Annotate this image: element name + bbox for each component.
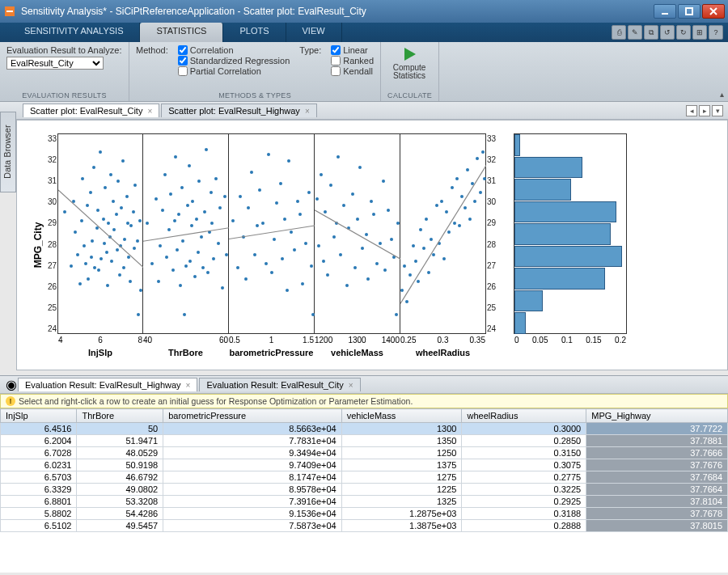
evaluation-results-panel: ◉Evaluation Result: EvalResult_Highway×E… [0, 375, 728, 573]
tab-scroll-left[interactable]: ◂ [686, 105, 697, 116]
toolbar-icon[interactable]: ⊞ [692, 25, 707, 40]
compute-statistics-button[interactable]: Compute Statistics [387, 45, 431, 81]
svg-line-2 [143, 228, 229, 242]
group-label: METHODS & TYPES [136, 91, 374, 99]
tab-close-icon[interactable]: × [349, 381, 353, 390]
column-header[interactable]: vehicleMass [341, 409, 462, 423]
maximize-button[interactable] [678, 4, 700, 19]
svg-rect-0 [686, 8, 692, 15]
toolbar-icon[interactable]: ⎙ [612, 25, 626, 40]
ribbon-tab-strip: SENSITIVITY ANALYSIS STATISTICS PLOTS VI… [0, 23, 728, 42]
tab-close-icon[interactable]: × [305, 107, 310, 116]
x-axis-label: InjSlp [58, 348, 142, 357]
svg-line-1 [58, 190, 144, 268]
document-tab-strip: Scatter plot: EvalResult_City×Scatter pl… [0, 102, 728, 120]
table-row[interactable]: 6.880153.32087.3916e+0413250.292537.8104 [1, 496, 728, 508]
tab-close-icon[interactable]: × [186, 381, 191, 390]
toolbar-icon[interactable]: ? [709, 25, 723, 40]
ribbon-collapse-button[interactable]: ▴ [715, 42, 728, 101]
column-header[interactable]: InjSlp [1, 409, 77, 423]
toolbar-icon[interactable]: ↻ [676, 25, 691, 40]
type-checkbox[interactable]: Kendall [331, 66, 374, 76]
scatter-panel: 120013001400vehicleMass [315, 133, 400, 334]
scatter-panel: 0.250.30.35wheelRadius333231302928272625… [400, 133, 486, 334]
table-row[interactable]: 6.200451.94717.7831e+0413500.285037.7881 [1, 435, 728, 447]
svg-line-5 [400, 166, 486, 304]
tab-menu[interactable]: ▾ [712, 105, 723, 116]
results-table[interactable]: InjSlpThrBorebarometricPressurevehicleMa… [0, 408, 728, 573]
eval-result-select[interactable]: EvalResult_City [6, 57, 104, 70]
app-icon [3, 5, 16, 18]
scatter-panel: 468InjSlp33323130292827262524 [57, 133, 143, 334]
tab-plots[interactable]: PLOTS [223, 23, 286, 42]
method-label: Method: [136, 45, 168, 55]
tab-scroll-right[interactable]: ▸ [699, 105, 710, 116]
column-header[interactable]: wheelRadius [462, 409, 586, 423]
table-row[interactable]: 6.702848.05299.3494e+0412500.315037.7666 [1, 447, 728, 459]
tab-close-icon[interactable]: × [147, 107, 152, 116]
column-header[interactable]: MPG_Highway [586, 409, 728, 423]
x-axis-label: barometricPressure [229, 348, 314, 357]
tab-view[interactable]: VIEW [286, 23, 342, 42]
column-header[interactable]: barometricPressure [163, 409, 342, 423]
group-label: CALCULATE [387, 91, 432, 99]
table-row[interactable]: 6.023150.91989.7409e+0413750.307537.7676 [1, 459, 728, 471]
scatter-panel: 4060ThrBore [143, 133, 229, 334]
column-header[interactable]: ThrBore [77, 409, 163, 423]
type-checkbox[interactable]: Linear [331, 45, 374, 55]
svg-line-4 [315, 210, 400, 260]
play-icon [401, 46, 417, 62]
x-axis-label: vehicleMass [315, 348, 400, 357]
ribbon-body: Evaluation Result to Analyze: EvalResult… [0, 42, 728, 102]
scatter-plot-area: MPG_City 468InjSlp3332313029282726252440… [16, 120, 728, 370]
type-label: Type: [299, 45, 321, 55]
group-label: EVALUATION RESULTS [6, 91, 122, 99]
scatter-panel: 0.511.5barometricPressure [229, 133, 315, 334]
toolbar-icon[interactable]: ↺ [660, 25, 675, 40]
eval-result-label: Evaluation Result to Analyze: [6, 45, 121, 55]
table-row[interactable]: 6.4516508.5663e+0413000.300037.7722 [1, 423, 728, 435]
histogram-panel: 00.050.10.150.2 [514, 133, 627, 334]
x-axis-label: wheelRadius [400, 348, 485, 357]
toolbar-icon[interactable]: ✎ [628, 25, 642, 40]
tab-statistics[interactable]: STATISTICS [140, 23, 223, 42]
table-row[interactable]: 6.332949.08028.9578e+0412250.322537.7664 [1, 484, 728, 496]
method-checkbox[interactable]: Correlation [178, 45, 290, 55]
method-checkbox[interactable]: Partial Correlation [178, 66, 290, 76]
data-browser-tab[interactable]: Data Browser [0, 112, 16, 192]
minimize-button[interactable] [654, 4, 676, 19]
eval-result-tab[interactable]: Evaluation Result: EvalResult_City× [199, 378, 360, 391]
close-button[interactable] [702, 4, 725, 19]
info-icon: ! [6, 396, 15, 406]
tab-sensitivity-analysis[interactable]: SENSITIVITY ANALYSIS [8, 23, 140, 42]
x-axis-label: ThrBore [143, 348, 228, 357]
hint-banner: ! Select and right-click a row to create… [0, 394, 728, 408]
tab-nav-icon[interactable]: ◉ [5, 377, 18, 392]
toolbar-icon[interactable]: ⧉ [644, 25, 658, 40]
eval-result-tab[interactable]: Evaluation Result: EvalResult_Highway× [18, 378, 197, 391]
window-titlebar: Sensitivity Analysis* - SiCiPtReferenceA… [0, 0, 728, 23]
method-checkbox[interactable]: Standardized Regression [178, 56, 290, 66]
type-checkbox[interactable]: Ranked [331, 56, 374, 66]
table-row[interactable]: 6.570346.67928.1747e+0412750.277537.7684 [1, 471, 728, 484]
document-tab[interactable]: Scatter plot: EvalResult_City× [23, 104, 159, 117]
document-tab[interactable]: Scatter plot: EvalResult_Highway× [161, 104, 316, 117]
table-row[interactable]: 6.510249.54577.5873e+041.3875e+030.28883… [1, 520, 728, 532]
table-row[interactable]: 5.880254.42869.1536e+041.2875e+030.31883… [1, 508, 728, 520]
svg-line-3 [229, 226, 315, 239]
window-title: Sensitivity Analysis* - SiCiPtReferenceA… [21, 6, 654, 17]
